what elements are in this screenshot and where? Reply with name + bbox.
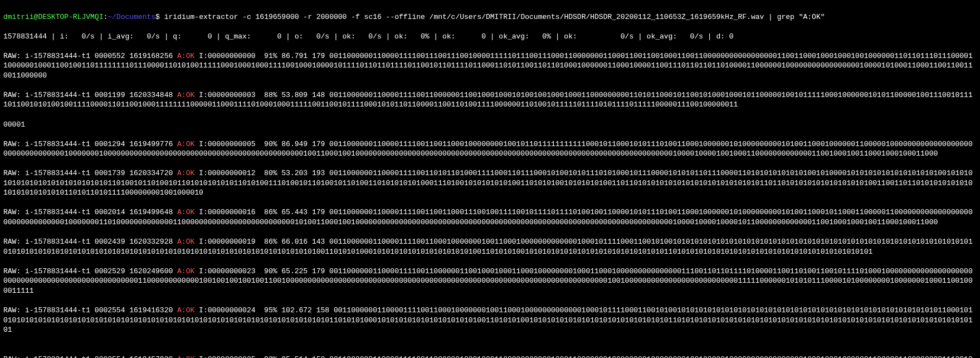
aok-marker: A:OK (177, 91, 194, 99)
record-pre: RAW: i-1578831444-t1 0002439 1620332928 (3, 238, 177, 246)
record-pre: RAW: i-1578831444-t1 0002554 1619457920 (3, 355, 177, 358)
aok-marker: A:OK (177, 306, 194, 315)
prompt-host: DESKTOP-RLJVMQI (38, 13, 103, 21)
raw-record: RAW: i-1578831444-t1 0002014 1619499648 … (3, 207, 977, 227)
record-tail: 00001 (3, 120, 977, 130)
aok-marker: A:OK (177, 355, 194, 358)
record-pre: RAW: i-1578831444-t1 0001739 1620334720 (3, 169, 177, 177)
terminal-output: dmitrii@DESKTOP-RLJVMQI:~/Documents$ iri… (0, 0, 980, 358)
record-pre: RAW: i-1578831444-t1 0001199 1620334848 (3, 91, 177, 99)
record-pre: RAW: i-1578831444-t1 0002529 1620249600 (3, 267, 177, 275)
record-pre: RAW: i-1578831444-t1 0001294 1619499776 (3, 140, 177, 148)
prompt-dollar: $ (155, 13, 160, 21)
record-pre: RAW: i-1578831444-t1 0000552 1619168256 (3, 52, 177, 60)
raw-record: RAW: i-1578831444-t1 0002439 1620332928 … (3, 237, 977, 257)
aok-marker: A:OK (177, 267, 194, 275)
command-text: iridium-extractor -c 1619659000 -r 20000… (164, 13, 825, 21)
record-pre: RAW: i-1578831444-t1 0002014 1619499648 (3, 208, 177, 216)
record-pre: RAW: i-1578831444-t1 0002554 1619416320 (3, 306, 177, 315)
aok-marker: A:OK (177, 208, 194, 216)
raw-record: RAW: i-1578831444-t1 0001739 1620334720 … (3, 168, 977, 198)
aok-marker: A:OK (177, 52, 194, 60)
aok-marker: A:OK (177, 169, 194, 177)
aok-marker: A:OK (177, 140, 194, 148)
raw-record: RAW: i-1578831444-t1 0002529 1620249600 … (3, 267, 977, 296)
raw-record: RAW: i-1578831444-t1 0001199 1620334848 … (3, 90, 977, 110)
prompt-path: ~/Documents (108, 13, 155, 21)
raw-record: RAW: i-1578831444-t1 0002554 1619416320 … (3, 306, 977, 335)
prompt-user: dmitrii (3, 13, 34, 21)
status-line: 1578831444 | i: 0/s | i_avg: 0/s | q: 0 … (3, 32, 977, 42)
aok-marker: A:OK (177, 238, 194, 246)
raw-record: RAW: i-1578831444-t1 0002554 1619457920 … (3, 355, 977, 358)
raw-record: RAW: i-1578831444-t1 0001294 1619499776 … (3, 139, 977, 159)
raw-record: RAW: i-1578831444-t1 0000552 1619168256 … (3, 51, 977, 81)
prompt-line[interactable]: dmitrii@DESKTOP-RLJVMQI:~/Documents$ iri… (3, 12, 977, 22)
